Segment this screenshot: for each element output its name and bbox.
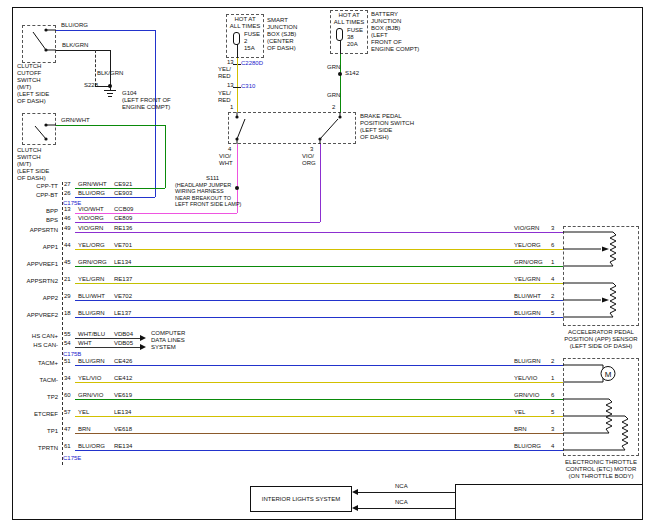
component-pin-number: 6 <box>551 242 554 248</box>
pin-label: BPS <box>46 217 58 223</box>
wire <box>75 197 155 198</box>
pin-number: 55 <box>64 331 71 337</box>
pin-number: 54 <box>64 340 71 346</box>
pin-label: APPVREF1 <box>27 261 58 267</box>
wire <box>75 283 563 284</box>
pcm-row-tp2: TP2 60 GRN/VIO VE619 GRN/VIO 6 <box>0 392 650 404</box>
wire <box>75 188 165 189</box>
interior-lights-system-label: INTERIOR LIGHTS SYSTEM <box>262 496 340 502</box>
wire-color-label-right: BLU/WHT <box>514 293 541 299</box>
wire <box>75 249 563 250</box>
wire-grn <box>340 54 341 112</box>
wire <box>75 317 563 318</box>
nca-label-top: NCA <box>395 483 408 490</box>
pin-label: TACM+ <box>38 360 58 366</box>
pin-number: 44 <box>64 242 71 248</box>
wire <box>75 347 140 348</box>
pin-label: APPSRTN <box>30 227 58 233</box>
wire-grn-wht <box>56 125 165 126</box>
pin-number: 45 <box>64 259 71 265</box>
etc-motor-internals: M <box>563 358 639 456</box>
circuit-code: RE136 <box>114 225 132 231</box>
wire-blk-grn <box>56 50 110 51</box>
clutch-switch-label: CLUTCH SWITCH (M/T) (LEFT SIDE OF DASH) <box>17 147 49 182</box>
circuit-code: VE619 <box>114 392 132 398</box>
pin-label: CPP-TT <box>36 183 58 189</box>
pcm-row-app1: APP1 44 YEL/ORG VE701 YEL/ORG 6 <box>0 242 650 254</box>
pcm-row-app2: APP2 29 BLU/WHT VE702 BLU/WHT 2 <box>0 293 650 305</box>
wire <box>75 300 563 301</box>
pin-label: APPVREF2 <box>27 312 58 318</box>
wire-color-label: BRN <box>78 426 91 432</box>
pcm-row-etcref: ETCREF 57 YEL LE134 YEL 5 <box>0 409 650 421</box>
pin-number: 46 <box>64 215 71 221</box>
wire-color-label: YEL/ORG <box>78 242 105 248</box>
pin-label: TACM- <box>39 377 58 383</box>
wire <box>75 399 563 400</box>
pin-number: 26 <box>64 190 71 196</box>
brake-pin-bottom-left: 4 <box>228 146 231 153</box>
wire <box>75 213 237 214</box>
pcm-row-appsrtn2: APPSRTN2 21 YEL/GRN RE137 YEL/GRN 4 <box>0 276 650 288</box>
wire-color-label: BLU/GRN <box>78 310 105 316</box>
pin-number: 29 <box>64 293 71 299</box>
circuit-code: VDB04 <box>114 331 133 337</box>
pin-label: APP2 <box>43 295 58 301</box>
wire-label-yel-red-b: YEL/ RED <box>218 90 231 104</box>
nca-label-bottom: NCA <box>395 499 408 506</box>
pin-number: 49 <box>64 225 71 231</box>
nca-wire-bottom <box>358 508 455 509</box>
circuit-code: LE134 <box>114 259 131 265</box>
wire-label-vio-org: VIO/ ORG <box>302 153 316 167</box>
arrow-right-icon <box>140 344 146 350</box>
pin-label: TPRTN <box>38 445 58 451</box>
wire-color-label-right: GRN/ORG <box>514 259 543 265</box>
wire <box>75 222 320 223</box>
wire <box>75 338 140 339</box>
app-sensor-internals <box>563 226 639 326</box>
pin-number: 13 <box>64 206 71 212</box>
brake-pin-top-left: 1 <box>230 104 233 111</box>
wire-color-label: GRN/ORG <box>78 259 107 265</box>
connector-c175b: C175B <box>63 351 81 358</box>
pcm-row-cpp-bt: CPP-BT 26 BLU/ORG CE903 <box>0 190 650 202</box>
wire-color-label-right: BRN <box>514 426 527 432</box>
splice-s142-dot <box>338 72 342 76</box>
wire <box>75 232 563 233</box>
component-pin-number: 1 <box>551 259 554 265</box>
circuit-code: CE903 <box>114 190 132 196</box>
wire-grn-wht-vertical <box>165 125 166 188</box>
wiring-diagram-page: CLUTCH CUTOFF SWITCH (M/T) (LEFT SIDE OF… <box>0 0 650 526</box>
ground-bar-1 <box>104 90 116 91</box>
wire-color-label: BLU/ORG <box>78 190 105 196</box>
computer-data-lines-note: COMPUTER DATA LINES SYSTEM <box>151 330 185 351</box>
circuit-code: CE809 <box>114 215 132 221</box>
circuit-code: LE137 <box>114 310 131 316</box>
circuit-code: VDB05 <box>114 340 133 346</box>
pin-label: HS CAN- <box>33 342 58 348</box>
wire-color-label: BLU/GRN <box>78 358 105 364</box>
pcm-row-appvref2: APPVREF2 18 BLU/GRN LE137 BLU/GRN 5 <box>0 310 650 322</box>
component-pin-number: 5 <box>551 409 554 415</box>
wire-label-blk-grn-a: BLK/GRN <box>62 42 88 49</box>
etc-motor-label: ELECTRONIC THROTTLE CONTROL (ETC) MOTOR … <box>553 459 649 480</box>
splice-s142-label: S142 <box>345 70 359 77</box>
wire-color-label-right: GRN/VIO <box>514 392 539 398</box>
wire-blk-grn-dashed-vertical <box>95 50 96 86</box>
clutch-switch-symbol <box>22 113 56 145</box>
wire <box>75 433 563 434</box>
wire-color-label-right: BLU/ORG <box>514 443 541 449</box>
wire-label-grn-a: GRN <box>327 64 340 71</box>
pin-label: APP1 <box>43 244 58 250</box>
pin-number: 47 <box>64 426 71 432</box>
splice-s228-label: S228 <box>84 82 98 89</box>
pcm-row-appsrtn: APPSRTN 49 VIO/GRN RE136 VIO/GRN 3 <box>0 225 650 237</box>
wire-color-label: VIO/WHT <box>78 206 104 212</box>
arrow-left-icon <box>352 489 358 495</box>
component-pin-number: 4 <box>551 276 554 282</box>
wire <box>75 416 563 417</box>
pcm-row-tp1: TP1 47 BRN VE618 BRN 3 <box>0 426 650 438</box>
wire-blu-org <box>56 30 155 31</box>
splice-s228-dot <box>108 84 112 88</box>
pin-number: 21 <box>64 276 71 282</box>
